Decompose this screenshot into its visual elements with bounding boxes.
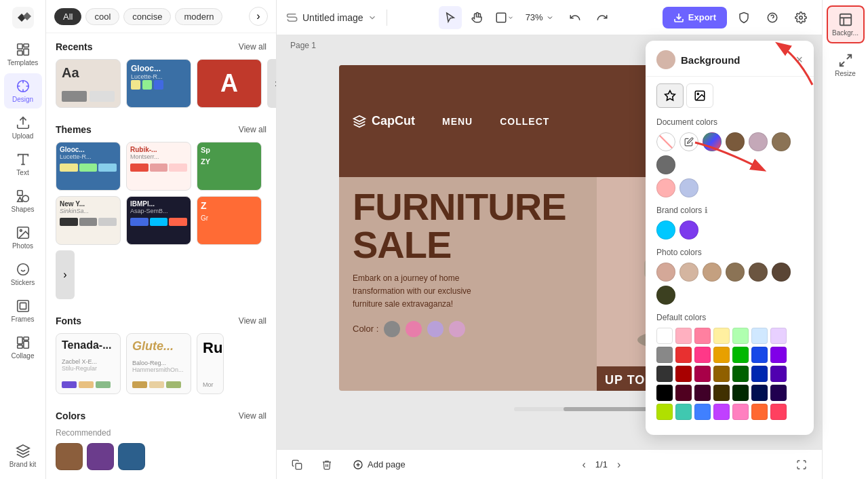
sidebar-item-upload[interactable]: Upload: [4, 110, 42, 145]
sidebar-item-collage[interactable]: Collage: [4, 330, 42, 365]
recents-next-button[interactable]: ›: [267, 59, 277, 108]
dc-yellow[interactable]: [713, 328, 730, 344]
photo-color-3[interactable]: [726, 263, 745, 282]
dc-lime[interactable]: [656, 404, 673, 420]
fullscreen-button[interactable]: [791, 454, 812, 476]
font-card-1[interactable]: Glute... Baloo-Reg... HammersmithOn...: [126, 333, 191, 394]
sidebar-item-text[interactable]: Text: [4, 147, 42, 182]
settings-button[interactable]: [789, 6, 812, 29]
recents-view-all[interactable]: View all: [239, 42, 267, 52]
doc-color-mauve[interactable]: [749, 132, 768, 151]
duplicate-page-button[interactable]: [286, 454, 308, 476]
sidebar-item-shapes[interactable]: Shapes: [4, 183, 42, 218]
zoom-control[interactable]: 73%: [520, 9, 559, 25]
recent-card-0[interactable]: Aa: [56, 59, 121, 108]
shield-icon-button[interactable]: [732, 6, 755, 29]
next-page-button[interactable]: ›: [613, 457, 625, 472]
doc-color-gray[interactable]: [656, 155, 675, 174]
dc-green-light[interactable]: [732, 328, 749, 344]
recent-card-2[interactable]: A: [197, 59, 262, 108]
doc-color-pink[interactable]: [656, 178, 675, 197]
photo-color-6[interactable]: [656, 286, 675, 305]
select-tool-button[interactable]: [439, 6, 462, 29]
doc-color-brown[interactable]: [726, 132, 745, 151]
themes-view-all[interactable]: View all: [239, 125, 267, 134]
color-swatch-2[interactable]: [118, 443, 145, 470]
photo-color-5[interactable]: [772, 263, 791, 282]
dc-forest[interactable]: [732, 385, 749, 401]
dc-dark-blue[interactable]: [751, 366, 768, 382]
dc-orange[interactable]: [713, 347, 730, 363]
popup-tab-fill[interactable]: [656, 83, 684, 108]
dc-crimson[interactable]: [770, 404, 787, 420]
recent-card-1[interactable]: Glooc... Lucette-R...: [126, 59, 191, 108]
brand-color-cyan[interactable]: [656, 221, 675, 240]
dc-pink-light[interactable]: [675, 328, 692, 344]
tag-modern[interactable]: modern: [175, 8, 222, 25]
colors-view-all[interactable]: View all: [239, 411, 267, 421]
theme-card-0[interactable]: Glooc...Lucette-R...: [56, 142, 121, 191]
hand-tool-button[interactable]: [466, 6, 489, 29]
dc-dark-pink[interactable]: [694, 366, 711, 382]
dc-sky[interactable]: [694, 404, 711, 420]
dc-hot-pink[interactable]: [694, 347, 711, 363]
theme-card-1[interactable]: Rubik-...Montserr...: [126, 142, 191, 191]
dc-dark-gray[interactable]: [656, 366, 673, 382]
theme-card-2[interactable]: Sp ZY: [197, 142, 262, 191]
dc-dark-green[interactable]: [732, 366, 749, 382]
photo-color-2[interactable]: [703, 263, 722, 282]
dc-rose[interactable]: [732, 404, 749, 420]
dc-white[interactable]: [656, 328, 673, 344]
delete-page-button[interactable]: [316, 454, 338, 476]
font-card-2[interactable]: Ru Mor: [197, 333, 224, 394]
sidebar-item-brand[interactable]: Brand kit: [4, 438, 42, 474]
dc-coral[interactable]: [751, 404, 768, 420]
dc-purple[interactable]: [770, 347, 787, 363]
document-title[interactable]: Untitled image: [286, 12, 377, 24]
doc-color-edit[interactable]: [679, 132, 698, 151]
sidebar-item-templates[interactable]: Templates: [4, 37, 42, 72]
dc-maroon[interactable]: [675, 385, 692, 401]
doc-color-lavender[interactable]: [679, 178, 698, 197]
dc-navy[interactable]: [751, 385, 768, 401]
photo-color-0[interactable]: [656, 263, 675, 282]
tag-expand-button[interactable]: ›: [249, 7, 268, 26]
fonts-view-all[interactable]: View all: [239, 316, 267, 326]
dc-burgundy[interactable]: [694, 385, 711, 401]
photo-color-1[interactable]: [679, 263, 698, 282]
app-logo[interactable]: [11, 5, 35, 30]
font-card-0[interactable]: Tenada-... Zacbel X-E... Stilu-Regular: [56, 333, 121, 394]
sidebar-item-design[interactable]: Design: [4, 73, 42, 109]
theme-card-5[interactable]: Z Gr: [197, 196, 262, 245]
color-swatch-1[interactable]: [87, 443, 114, 470]
themes-next-button[interactable]: ›: [56, 250, 75, 299]
undo-button[interactable]: [564, 6, 587, 29]
sidebar-item-frames[interactable]: Frames: [4, 293, 42, 328]
dc-dark-red[interactable]: [675, 366, 692, 382]
dc-red[interactable]: [675, 347, 692, 363]
export-button[interactable]: Export: [663, 7, 727, 28]
popup-close-button[interactable]: ×: [795, 53, 803, 67]
dc-blue[interactable]: [751, 347, 768, 363]
dc-dark-gold[interactable]: [713, 366, 730, 382]
frame-tool-button[interactable]: [493, 6, 516, 29]
popup-tab-image[interactable]: [686, 83, 713, 108]
dc-dark-purple[interactable]: [770, 366, 787, 382]
dc-teal[interactable]: [675, 404, 692, 420]
help-button[interactable]: [761, 6, 784, 29]
photo-color-4[interactable]: [749, 263, 768, 282]
tag-concise[interactable]: concise: [123, 8, 171, 25]
brand-color-purple[interactable]: [679, 221, 698, 240]
dc-green[interactable]: [732, 347, 749, 363]
dc-pink[interactable]: [694, 328, 711, 344]
theme-card-4[interactable]: IBMPl...Asap-SemB...: [126, 196, 191, 245]
tag-all[interactable]: All: [54, 8, 81, 25]
resize-panel-item[interactable]: Resize: [827, 46, 865, 84]
add-page-button[interactable]: Add page: [346, 454, 412, 476]
dc-blue-light[interactable]: [751, 328, 768, 344]
color-swatch-0[interactable]: [56, 443, 83, 470]
doc-color-tan[interactable]: [772, 132, 791, 151]
dc-black[interactable]: [656, 385, 673, 401]
sidebar-item-photos[interactable]: Photos: [4, 220, 42, 255]
redo-button[interactable]: [591, 6, 614, 29]
